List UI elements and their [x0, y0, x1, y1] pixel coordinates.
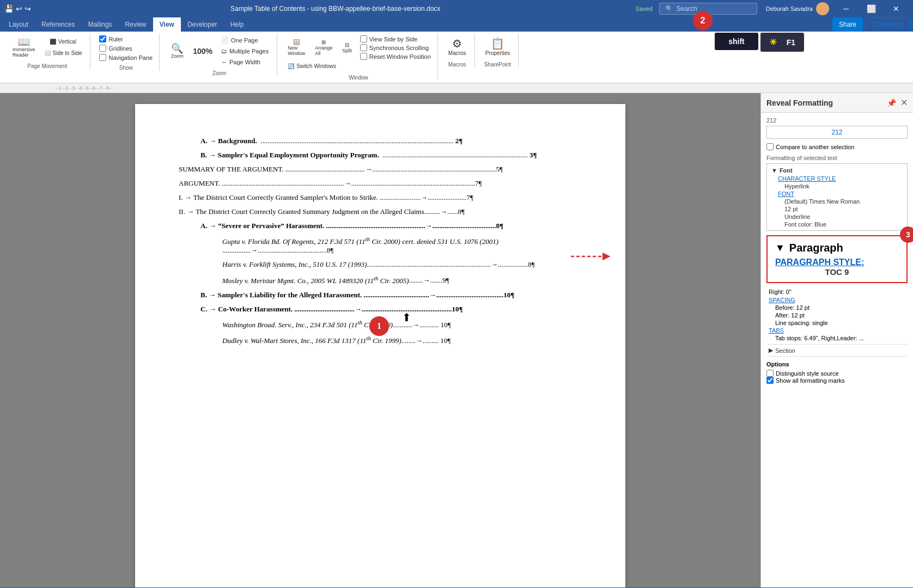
one-page-button[interactable]: 📄 One Page: [217, 35, 272, 45]
comments-button[interactable]: Comments: [865, 17, 911, 32]
tab-mailings[interactable]: Mailings: [81, 17, 118, 32]
immersive-reader-button[interactable]: 📖 ImmersiveReader: [9, 35, 39, 60]
toc-label-a-severe: A. → “Severe or Pervasive” Harassment. .…: [200, 222, 503, 230]
ribbon-group-window: 🪟 NewWindow ⊞ ArrangeAll ⊟ Split View Si…: [279, 34, 438, 81]
new-window-button[interactable]: 🪟 NewWindow: [284, 37, 309, 58]
tab-review[interactable]: Review: [118, 17, 153, 32]
vertical-icon: ⬛: [50, 39, 56, 45]
tab-stops: Tab stops: 6.49", Right,Leader: ...: [766, 334, 908, 342]
reset-window-position-checkbox[interactable]: Reset Window Position: [358, 52, 433, 60]
new-window-icon: 🪟: [293, 39, 300, 45]
arrange-all-icon: ⊞: [321, 39, 326, 45]
macros-button[interactable]: ⚙ Macros: [445, 35, 470, 58]
spacing-after: After: 12 pt: [766, 311, 908, 319]
properties-button[interactable]: 📋 Properties: [482, 35, 514, 58]
section-collapsible[interactable]: ▶ Section: [766, 344, 908, 356]
toc-entry-roman-ii: II. → The District Court Correctly Grant…: [179, 207, 582, 216]
tabs-label-link[interactable]: TABS: [766, 327, 908, 334]
toc-text-summary: SUMMARY OF THE ARGUMENT. ...............…: [179, 165, 503, 173]
undo-icon[interactable]: ↩: [16, 4, 22, 13]
arrange-all-button[interactable]: ⊞ ArrangeAll: [311, 37, 336, 58]
toc-dots-dudley: ........→......... 10¶: [401, 336, 451, 345]
search-icon: 🔍: [665, 5, 673, 13]
spacing-before: Before: 12 pt: [766, 304, 908, 311]
toc-entry-argument: ARGUMENT. ..............................…: [179, 179, 582, 188]
zoom-icon: 🔍: [171, 44, 183, 53]
toc-dots-a-background: ........................................…: [260, 137, 453, 145]
options-section: Options Distinguish style source Show al…: [766, 356, 908, 384]
page-width-button[interactable]: ↔ Page Width: [217, 57, 272, 67]
options-label: Options: [766, 361, 908, 367]
spacing-section: Right: 0" SPACING Before: 12 pt After: 1…: [766, 287, 908, 342]
gridlines-checkbox[interactable]: Gridlines: [97, 44, 134, 52]
sidebar-body: 212 212 Compare to another selection For…: [761, 113, 913, 587]
window-controls: ─ ⬜ ✕: [833, 0, 909, 17]
tab-layout[interactable]: Layout: [2, 17, 35, 32]
reveal-formatting-panel: Reveal Formatting 📌 ✕ 212 212 Compare to…: [760, 93, 913, 587]
character-style-link[interactable]: CHARACTER STYLE: [769, 175, 905, 182]
toc-page-b-equal: 3¶: [529, 151, 537, 159]
side-to-side-icon: ⬜: [44, 50, 51, 56]
zoom-button[interactable]: 🔍 Zoom: [166, 41, 188, 61]
font-section-header[interactable]: ▼ Font: [769, 166, 905, 175]
sidebar-pin-icon[interactable]: 📌: [887, 99, 896, 107]
document-area[interactable]: A. → Background. .......................…: [0, 93, 760, 587]
close-button[interactable]: ✕: [884, 0, 909, 17]
user-info: Deborah Savadra: [766, 2, 829, 15]
zoom-100-button[interactable]: 100%: [189, 45, 216, 58]
save-icon[interactable]: 💾: [4, 4, 14, 13]
minimize-button[interactable]: ─: [833, 0, 859, 17]
tab-developer[interactable]: Developer: [181, 17, 224, 32]
ribbon-group-show: Ruler Gridlines Navigation Pane Show: [93, 34, 160, 71]
selected-text-value: 212: [766, 126, 908, 139]
multiple-pages-button[interactable]: 🗂 Multiple Pages: [217, 46, 272, 56]
paragraph-style-label[interactable]: PARAGRAPH STYLE:: [775, 258, 899, 267]
ruler-checkbox[interactable]: Ruler: [97, 35, 125, 43]
vertical-button[interactable]: ⬛ Vertical: [40, 36, 86, 47]
search-placeholder: Search: [677, 5, 697, 13]
ribbon-tabs: Layout References Mailings Review View D…: [0, 17, 913, 32]
side-to-side-button[interactable]: ⬜ Side to Side: [40, 48, 86, 58]
ribbon-group-sharepoint: 📋 Properties SharePoint: [477, 34, 519, 68]
toc-entry-coworker: C. → Co-Worker Harassment. .............…: [200, 305, 582, 314]
compare-label: Compare to another selection: [776, 144, 854, 150]
tab-help[interactable]: Help: [224, 17, 251, 32]
distinguish-style-checkbox[interactable]: Distinguish style source: [766, 370, 908, 377]
sidebar-close-icon[interactable]: ✕: [900, 97, 908, 108]
switch-windows-button[interactable]: 🔄 Switch Windows: [284, 61, 340, 71]
ribbon-group-zoom: 🔍 Zoom 100% 📄 One Page 🗂 Multiple Pages …: [162, 34, 277, 76]
shift-key-label: shift: [728, 37, 745, 46]
split-button[interactable]: ⊟ Split: [338, 40, 356, 56]
annotation-circle-1: 1: [369, 316, 389, 336]
spacing-label-link[interactable]: SPACING: [766, 296, 908, 304]
toc-entry-gupta: Gupta v. Florida Bd. Of Regents, 212 F.3…: [222, 236, 582, 255]
view-side-by-side-checkbox[interactable]: View Side by Side: [358, 35, 433, 43]
sidebar-header: Reveal Formatting 📌 ✕: [761, 93, 913, 113]
tab-view[interactable]: View: [153, 17, 181, 32]
share-button[interactable]: Share: [832, 17, 863, 32]
font-decoration: Underline: [769, 213, 905, 220]
synchronous-scrolling-checkbox[interactable]: Synchronous Scrolling: [358, 44, 433, 52]
toc-dots-b-equal: ........................................…: [382, 151, 528, 159]
toc-entry-liability: B. → Sampler's Liability for the Alleged…: [200, 291, 582, 299]
navigation-pane-checkbox[interactable]: Navigation Pane: [97, 53, 155, 62]
toc-entry-summary: SUMMARY OF THE ARGUMENT. ...............…: [179, 165, 582, 174]
restore-button[interactable]: ⬜: [859, 0, 884, 17]
redo-icon[interactable]: ↪: [25, 4, 31, 13]
key-popup: 2 shift ☀ F1: [715, 33, 804, 52]
saved-indicator: Saved: [636, 5, 653, 12]
show-all-marks-checkbox[interactable]: Show all formatting marks: [766, 377, 908, 384]
ribbon-group-immersive: 📖 ImmersiveReader ⬛ Vertical ⬜ Side to S…: [4, 34, 90, 69]
username: Deborah Savadra: [766, 5, 813, 12]
toc-entry-background: A. → Background. .......................…: [200, 137, 582, 145]
compare-checkbox[interactable]: Compare to another selection: [766, 143, 908, 150]
toc-label-b-equal: B. → Sampler's Equal Employment Opportun…: [200, 151, 381, 159]
font-color: Font color: Blue: [769, 220, 905, 228]
font-label-link[interactable]: FONT: [769, 190, 905, 198]
toc-dots-gupta: ................→.......................…: [222, 246, 333, 254]
properties-icon: 📋: [491, 37, 504, 50]
alignment-value: Right: 0": [766, 287, 908, 296]
toc-entry-harris: Harris v. Forklift Systems, Inc., 510 U.…: [222, 260, 582, 269]
shift-key-box: shift: [715, 33, 758, 50]
tab-references[interactable]: References: [35, 17, 81, 32]
